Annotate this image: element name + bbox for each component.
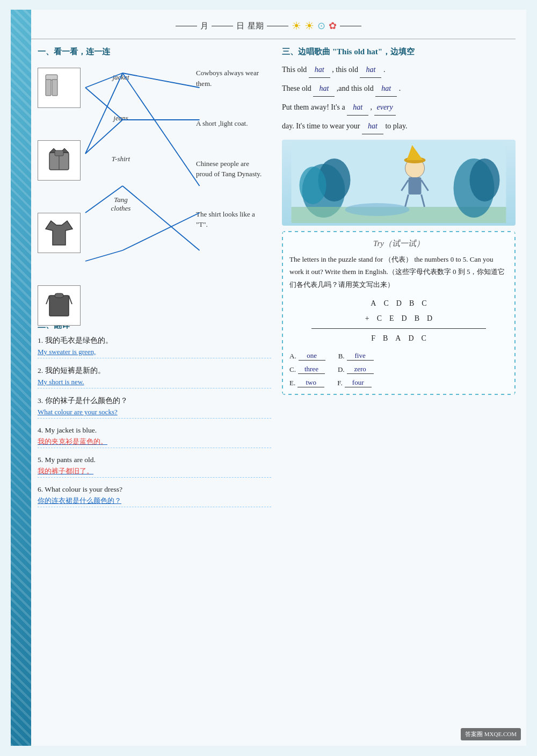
svg-rect-2 [52, 80, 57, 96]
answer-A-blank: one [299, 351, 325, 361]
blank6: every [374, 100, 396, 116]
try-text: The letters in the puzzle stand for （代表）… [289, 253, 508, 291]
answer-D-blank: zero [347, 365, 374, 374]
trans-q6: 6. What colour is your dress? [38, 485, 271, 494]
trans-a3: What colour are your socks? [38, 408, 271, 419]
date-bar: 月 日 星期 ☀ ☀ ⊙ ✿ [21, 15, 516, 39]
answer-spacer1 [402, 351, 509, 361]
label-jacket: jacket [102, 73, 140, 82]
desc4: The shirt looks like a "T". [196, 209, 266, 230]
answer-E: E. two F. four [289, 378, 396, 387]
svg-rect-1 [46, 80, 51, 96]
trans-a5: 我的裤子都旧了。 [38, 466, 271, 478]
svg-point-39 [345, 203, 410, 216]
blank3: hat [313, 81, 335, 97]
blank2: hat [360, 62, 381, 78]
translation-item-1: 1. 我的毛衣是绿色的。 My sweater is green, [38, 336, 271, 358]
trans-q5: 5. My pants are old. [38, 456, 271, 464]
label-tshirt: T-shirt [102, 155, 140, 163]
left-border [11, 10, 31, 746]
trans-q4: 4. My jacket is blue. [38, 426, 271, 435]
answer-B-blank: five [347, 351, 374, 361]
desc1: Cowboys always wear them. [196, 68, 266, 89]
trans-a6: 你的连衣裙是什么颜色的？ [38, 496, 271, 507]
trans-a4: 我的夹克衫是蓝色的。 [38, 437, 271, 448]
song-line2: These old hat ,and this old hat . [282, 81, 516, 97]
song-line3: Put them away! It's a hat , every [282, 100, 516, 116]
main-content: 一、看一看，连一连 [38, 47, 516, 515]
song-line4: day. It's time to wear your hat to play. [282, 119, 516, 134]
right-col: 三、边唱歌曲 "This old hat"，边填空 This old hat ,… [282, 47, 516, 515]
desc3: Chinese people are proud of Tang Dynasty… [196, 159, 266, 179]
svg-marker-8 [46, 221, 72, 245]
section3-title: 三、边唱歌曲 "This old hat"，边填空 [282, 47, 516, 57]
week-blank [267, 26, 288, 26]
img-tshirt [38, 213, 81, 253]
answer-C-blank: three [298, 365, 325, 374]
extra-blank [340, 26, 361, 26]
translation-item-4: 4. My jacket is blue. 我的夹克衫是蓝色的。 [38, 426, 271, 448]
week-label: 星期 [248, 21, 264, 31]
trans-a2: My short is new. [38, 378, 271, 388]
month-label: 月 [200, 21, 208, 31]
translation-item-2: 2. 我的短裤是新的。 My short is new. [38, 366, 271, 388]
svg-line-11 [69, 296, 72, 304]
blank5: hat [347, 100, 368, 116]
svg-rect-32 [409, 177, 422, 195]
day-blank [212, 26, 233, 26]
svg-point-30 [470, 159, 500, 201]
puzzle-sep [311, 328, 487, 329]
svg-rect-6 [55, 150, 63, 156]
trans-q2: 2. 我的短裤是新的。 [38, 366, 271, 376]
svg-line-22 [85, 250, 122, 261]
section3: 三、边唱歌曲 "This old hat"，边填空 This old hat ,… [282, 47, 516, 134]
items-right: Cowboys always wear them. A short ,light… [196, 68, 266, 230]
blank7: hat [362, 119, 383, 134]
try-section: Try（试一试） The letters in the puzzle stand… [282, 231, 516, 395]
trans-q1: 1. 我的毛衣是绿色的。 [38, 336, 271, 345]
section2: 二、翻译 1. 我的毛衣是绿色的。 My sweater is green, 2… [38, 320, 271, 515]
puzzle-result: F B A D C [289, 331, 508, 346]
matching-area: jacket jeans T-shirt Tangclothes Cowboys… [38, 62, 271, 309]
sun-icon2: ☀ [304, 19, 314, 32]
img-pants [38, 68, 81, 108]
answer-spacer2 [402, 365, 509, 374]
desc2: A short ,light coat. [196, 118, 266, 129]
trans-q3: 3. 你的袜子是什么颜色的？ [38, 396, 271, 406]
svg-line-23 [122, 213, 199, 250]
month-blank [176, 26, 197, 26]
translation-item-3: 3. 你的袜子是什么颜色的？ What colour are your sock… [38, 396, 271, 419]
img-tang [38, 285, 81, 326]
puzzle-row1: A C D B C [289, 296, 508, 311]
answer-E-blank: two [297, 378, 324, 387]
trans-a1: My sweater is green, [38, 348, 271, 358]
section1-title: 一、看一看，连一连 [38, 47, 271, 57]
song-line1: This old hat , this old hat . [282, 62, 516, 78]
img-jacket [38, 140, 81, 181]
sun-icon1: ☀ [292, 19, 301, 32]
try-title: Try（试一试） [289, 239, 508, 249]
answers-grid: A. one B. five C. three D. zero E. [289, 351, 508, 387]
svg-rect-12 [55, 293, 63, 298]
answer-A: A. one B. five [289, 351, 396, 361]
svg-line-10 [46, 296, 49, 304]
label-jeans: jeans [102, 114, 140, 123]
translation-item-5: 5. My pants are old. 我的裤子都旧了。 [38, 456, 271, 478]
svg-point-27 [300, 167, 326, 204]
illustration [282, 140, 516, 226]
puzzle-table: A C D B C + C E D B D [289, 296, 508, 346]
watermark: 答案圈 MXQE.COM [461, 728, 521, 740]
puzzle-row-op: + C E D B D [289, 311, 508, 326]
answer-C: C. three D. zero [289, 365, 396, 374]
cloud-icon: ⊙ [317, 20, 325, 32]
page: 月 日 星期 ☀ ☀ ⊙ ✿ 一、看一看，连一连 [11, 10, 526, 746]
svg-rect-9 [49, 296, 69, 316]
items-middle: jacket jeans T-shirt Tangclothes [102, 73, 140, 213]
items-left [38, 68, 81, 326]
blank4: hat [375, 81, 397, 97]
label-tang: Tangclothes [102, 196, 140, 213]
day-label: 日 [236, 21, 244, 31]
blank1: hat [309, 62, 330, 78]
flower-icon: ✿ [329, 20, 337, 32]
answer-F-blank: four [345, 378, 372, 387]
